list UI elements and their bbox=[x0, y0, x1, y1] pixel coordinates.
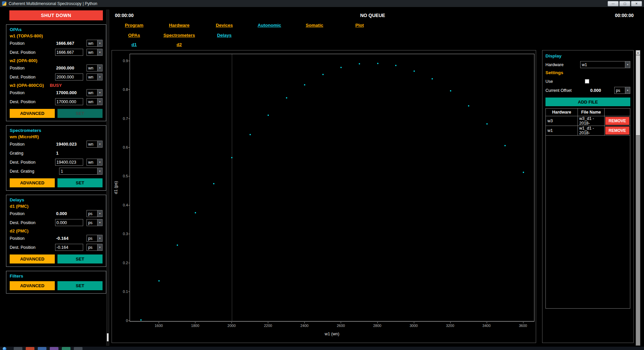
w2-units-combo[interactable]: wn▼ bbox=[87, 64, 103, 71]
chevron-down-icon: ▼ bbox=[97, 74, 102, 80]
grating-value: 1 bbox=[55, 151, 83, 156]
sidebar-scrollbar[interactable] bbox=[106, 10, 109, 346]
w2-dest-units-combo[interactable]: wn▼ bbox=[87, 73, 103, 80]
tab-d2[interactable]: d2 bbox=[157, 42, 202, 49]
scroll-up-icon[interactable]: ▲ bbox=[636, 50, 640, 55]
hardware-combo[interactable]: w1▼ bbox=[580, 61, 630, 68]
file-row: w3 w3_d1 - 2018- REMOVE bbox=[546, 116, 630, 126]
x-tick-label: 1600 bbox=[150, 324, 167, 328]
header-hardware: Hardware bbox=[546, 109, 578, 116]
d2-units-combo[interactable]: ps▼ bbox=[87, 235, 103, 242]
tab-devices[interactable]: Devices bbox=[202, 23, 247, 30]
position-value: -0.164 bbox=[55, 236, 83, 241]
remove-file-button[interactable]: REMOVE bbox=[605, 127, 629, 135]
filters-set-button[interactable]: SET bbox=[57, 281, 103, 290]
w3-dest-position-input[interactable] bbox=[55, 98, 83, 105]
x-axis-label: w1 (wn) bbox=[130, 332, 534, 336]
tab-autonomic[interactable]: Autonomic bbox=[247, 23, 292, 30]
spectrometers-advanced-button[interactable]: ADVANCED bbox=[10, 178, 55, 187]
delay-tabs: d1 d2 bbox=[112, 42, 202, 49]
opas-buttons: ADVANCED SET bbox=[10, 109, 103, 118]
close-icon: ✕ bbox=[635, 2, 638, 5]
d1-dest-position-input[interactable] bbox=[55, 219, 83, 226]
remove-file-button[interactable]: REMOVE bbox=[605, 117, 629, 125]
spectrometers-set-button[interactable]: SET bbox=[57, 178, 103, 187]
y-tick-label: 0.1 bbox=[113, 290, 128, 294]
tab-somatic[interactable]: Somatic bbox=[292, 23, 337, 30]
taskbar-app-icon[interactable] bbox=[26, 347, 34, 350]
use-checkbox[interactable] bbox=[585, 79, 589, 83]
plot-panel: w1 (wn) d1 (ps) 160018002000220024002600… bbox=[112, 50, 536, 343]
taskbar-app-icon[interactable] bbox=[74, 347, 83, 350]
tab-hardware[interactable]: Hardware bbox=[157, 23, 202, 30]
filters-advanced-button[interactable]: ADVANCED bbox=[10, 281, 55, 290]
tab-opas[interactable]: OPAs bbox=[112, 33, 157, 40]
tab-spectrometers[interactable]: Spectrometers bbox=[157, 33, 202, 40]
position-crosshair-horizontal bbox=[130, 321, 535, 321]
w3-units-combo[interactable]: wn▼ bbox=[87, 89, 103, 96]
main-scrollbar[interactable]: ▲ bbox=[636, 50, 640, 346]
maximize-button[interactable]: ▢ bbox=[619, 1, 630, 6]
data-point bbox=[432, 78, 433, 79]
taskbar-app-icon[interactable] bbox=[62, 347, 70, 350]
opas-advanced-button[interactable]: ADVANCED bbox=[10, 109, 55, 118]
shutdown-button[interactable]: SHUT DOWN bbox=[9, 10, 103, 20]
opas-set-button[interactable]: SET bbox=[57, 109, 103, 118]
y-tick-mark bbox=[128, 234, 130, 234]
delays-buttons: ADVANCED SET bbox=[10, 254, 103, 264]
w1-dest-units-combo[interactable]: wn▼ bbox=[87, 49, 103, 56]
d1-units-combo[interactable]: ps▼ bbox=[87, 210, 103, 217]
d2-dest-units-combo[interactable]: ps▼ bbox=[87, 244, 103, 251]
close-button[interactable]: ✕ bbox=[631, 1, 642, 6]
position-label: Position bbox=[10, 41, 55, 46]
filters-buttons: ADVANCED SET bbox=[10, 281, 103, 290]
y-tick-label: 0.8 bbox=[113, 88, 128, 92]
file-row-hardware: w1 bbox=[546, 126, 578, 135]
dest-position-label: Dest. Position bbox=[10, 75, 55, 79]
y-tick-mark bbox=[128, 263, 130, 263]
y-tick-mark bbox=[128, 321, 130, 321]
start-button[interactable] bbox=[3, 347, 6, 350]
delays-advanced-button[interactable]: ADVANCED bbox=[10, 254, 55, 264]
offset-units-combo[interactable]: ps▼ bbox=[614, 87, 630, 94]
x-tick-label: 2200 bbox=[260, 324, 276, 328]
dest-grating-combo[interactable]: 1▼ bbox=[59, 168, 103, 175]
main-scrollbar-thumb[interactable] bbox=[636, 55, 640, 136]
window-title: Coherent Multidimensional Spectroscopy |… bbox=[9, 1, 97, 6]
tab-program[interactable]: Program bbox=[112, 23, 157, 30]
add-file-button[interactable]: ADD FILE bbox=[545, 98, 630, 106]
data-point bbox=[286, 97, 287, 99]
wm-dest-position-input[interactable] bbox=[55, 159, 83, 166]
w3-dest-units-combo[interactable]: wn▼ bbox=[87, 98, 103, 105]
x-tick-mark bbox=[523, 322, 523, 323]
module-tabs: Program Hardware Devices Autonomic Somat… bbox=[112, 23, 382, 30]
d2-dest-position-input[interactable] bbox=[55, 244, 83, 251]
display-header: Display bbox=[545, 53, 630, 58]
wm-units-combo[interactable]: wn▼ bbox=[87, 141, 103, 148]
file-table: Hardware File Name w3 w3_d1 - 2018- REMO… bbox=[545, 108, 630, 309]
taskbar-app-icon[interactable] bbox=[50, 347, 58, 350]
spectrometers-buttons: ADVANCED SET bbox=[10, 178, 103, 187]
tab-d1[interactable]: d1 bbox=[112, 42, 157, 49]
chevron-down-icon: ▼ bbox=[97, 40, 102, 46]
minimize-button[interactable]: — bbox=[608, 1, 619, 6]
sidebar-scrollbar-thumb[interactable] bbox=[107, 333, 109, 341]
minimize-icon: — bbox=[612, 2, 615, 5]
delays-set-button[interactable]: SET bbox=[57, 254, 103, 264]
w2-dest-position-input[interactable] bbox=[55, 73, 83, 80]
tab-delays[interactable]: Delays bbox=[202, 33, 247, 40]
taskbar-app-icon[interactable] bbox=[14, 347, 22, 350]
d1-dest-units-combo[interactable]: ps▼ bbox=[87, 219, 103, 226]
chevron-down-icon: ▼ bbox=[97, 49, 102, 55]
y-tick-label: 0 bbox=[113, 319, 128, 323]
w1-units-combo[interactable]: wn▼ bbox=[87, 40, 103, 47]
wm-dest-units-combo[interactable]: wn▼ bbox=[87, 159, 103, 166]
data-point bbox=[450, 90, 451, 92]
taskbar-app-icon[interactable] bbox=[38, 347, 46, 350]
tab-plot[interactable]: Plot bbox=[337, 23, 382, 30]
spectrometers-panel-header: Spectrometers bbox=[10, 128, 103, 133]
y-tick-mark bbox=[128, 119, 130, 119]
data-point bbox=[504, 145, 506, 146]
current-offset-row: Current Offset 0.000 ps▼ bbox=[545, 86, 630, 95]
w1-dest-position-input[interactable] bbox=[55, 49, 83, 56]
